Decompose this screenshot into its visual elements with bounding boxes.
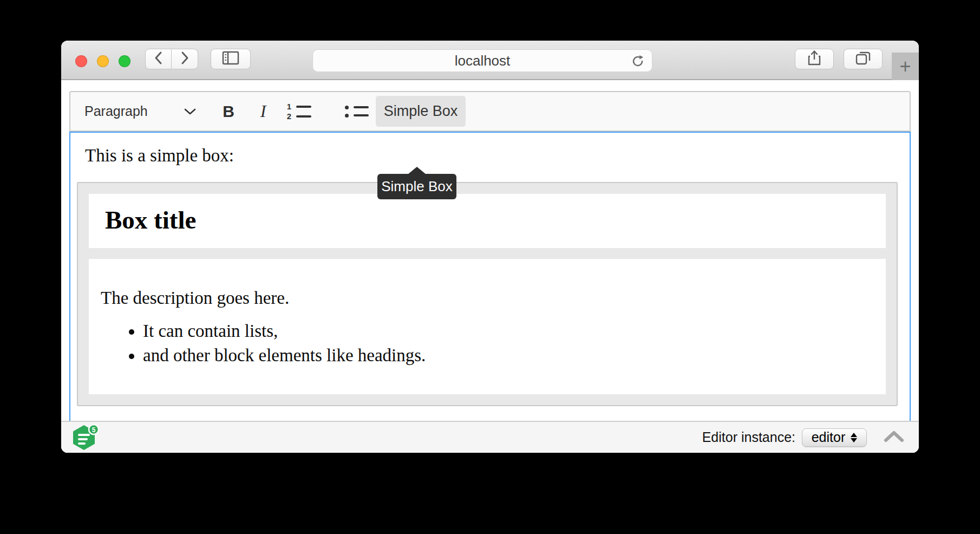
editor-instance-label: Editor instance: [702,429,795,445]
numbered-list-button[interactable]: 1 2 [285,96,313,127]
sidebar-toggle-button[interactable] [211,49,251,69]
forward-button[interactable] [172,49,198,69]
zoom-window-button[interactable] [119,55,130,67]
new-tab-button[interactable]: + [892,53,919,80]
list-item: It can contain lists, [143,321,870,341]
minimize-window-button[interactable] [97,55,109,67]
bold-button[interactable]: B [217,96,240,127]
tab-overview-icon [855,50,871,68]
heading-dropdown-value: Paragraph [84,103,148,119]
chevron-up-icon [883,429,905,446]
traffic-lights [75,55,130,67]
back-button[interactable] [145,49,172,69]
list-item: and other block elements like headings. [143,346,870,366]
simple-box-description-text: The description goes here. [101,288,870,308]
collapse-button[interactable] [883,429,905,446]
bulleted-list-icon [344,106,369,109]
editor-editable-area[interactable]: This is a simple box: Box title The desc… [69,132,911,421]
tooltip-arrow [408,167,426,174]
simple-box-button-label: Simple Box [384,103,458,120]
browser-titlebar: localhost [61,41,919,80]
chevron-right-icon [179,50,191,68]
ckeditor-logo-icon: 5 [71,424,99,452]
editor-instance-value: editor [812,429,846,445]
numbered-list-icon: 1 [286,104,311,109]
logo-badge: 5 [92,426,96,433]
share-upload-icon [807,50,821,68]
close-window-button[interactable] [75,55,87,67]
simple-box-title-text: Box title [105,207,886,233]
tooltip-text: Simple Box [381,178,453,195]
simple-box-list: It can contain lists, and other block el… [101,321,870,366]
chevron-down-icon [183,103,197,119]
editor-paragraph: This is a simple box: [85,146,910,166]
page-content: Paragraph B I 1 2 [61,80,919,453]
editor-instance-select[interactable]: editor [802,428,867,447]
simple-box-description-field[interactable]: The description goes here. It can contai… [89,259,886,394]
browser-window: localhost [61,41,919,453]
sidebar-panel-icon [222,51,239,67]
simple-box-tooltip: Simple Box [377,174,456,199]
tab-overview-button[interactable] [844,49,883,69]
bold-icon: B [223,102,234,121]
reload-icon[interactable] [630,54,645,73]
address-bar[interactable]: localhost [312,49,652,72]
footer-bar: 5 Editor instance: editor [61,421,919,453]
bulleted-list-button[interactable] [342,96,370,127]
select-arrows-icon [851,433,857,442]
chevron-left-icon [153,50,165,68]
footer-controls: Editor instance: editor [702,428,905,447]
editor-toolbar: Paragraph B I 1 2 [69,91,911,132]
simple-box-title-field[interactable]: Box title [89,194,886,248]
simple-box-button[interactable]: Simple Box [376,96,466,127]
plus-icon: + [899,57,911,76]
heading-dropdown[interactable]: Paragraph [78,96,204,127]
simple-box-widget[interactable]: Box title The description goes here. It … [77,182,898,406]
share-button[interactable] [795,49,834,69]
italic-button[interactable]: I [251,96,275,127]
italic-icon: I [260,101,266,121]
address-bar-url: localhost [455,53,511,69]
